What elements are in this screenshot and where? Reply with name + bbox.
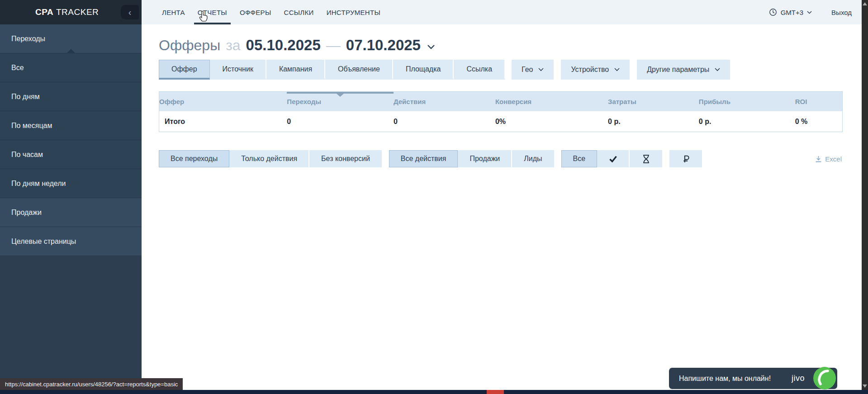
sidebar-collapse-button[interactable]: ‹ [121, 5, 139, 19]
chat-brand-label: jivo [792, 374, 805, 383]
dropdown-ustroystvo[interactable]: Устройство [561, 60, 630, 80]
logout-link[interactable]: Выход [831, 9, 852, 16]
app-logo: CPA TRACKER [35, 7, 99, 17]
table-header-row: ОфферПереходыДействияКонверсияЗатратыПри… [159, 92, 842, 111]
page-title: Офферы за 05.10.2025 — 07.10.2025 [159, 37, 862, 54]
totals-conversion: 0% [495, 118, 608, 126]
report-title-preposition: за [226, 37, 240, 54]
date-range-to[interactable]: 07.10.2025 [346, 37, 421, 54]
timezone-selector[interactable]: GMT+3 [769, 8, 812, 16]
nav-ssylki[interactable]: ССЫЛКИ [278, 0, 320, 24]
table-column-header[interactable]: Конверсия [495, 98, 608, 105]
scroll-down-icon[interactable] [863, 385, 867, 388]
totals-profit: 0 р. [699, 118, 795, 126]
totals-roi: 0 % [795, 118, 842, 126]
status-bar-url: https://cabinet.cpatracker.ru/users/4825… [0, 378, 183, 390]
filter-tolko-deystviya[interactable]: Только действия [229, 150, 309, 167]
filter-vse-perekhody[interactable]: Все переходы [159, 150, 229, 167]
top-bar-right: GMT+3 Выход [769, 0, 862, 24]
totals-actions: 0 [394, 118, 495, 126]
dropdown-label: Другие параметры [647, 66, 709, 74]
tab-ploshchadka[interactable]: Площадка [393, 60, 454, 80]
table-column-header[interactable]: Переходы [287, 98, 394, 105]
date-range-separator: — [326, 37, 341, 54]
sidebar-item-label: По дням [11, 93, 40, 101]
tab-kampaniya[interactable]: Кампания [266, 60, 325, 80]
sidebar-item-po-dnyam-nedeli[interactable]: По дням недели [0, 169, 142, 198]
totals-label: Итого [159, 118, 287, 126]
app-logo-bold: CPA [35, 7, 53, 17]
tab-istochnik[interactable]: Источник [210, 60, 266, 80]
sidebar-item-po-mesyatsam[interactable]: По месяцам [0, 111, 142, 140]
chevron-left-icon: ‹ [128, 7, 132, 18]
tab-offer[interactable]: Оффер [159, 60, 210, 80]
table-totals-row: Итого 0 0 0% 0 р. 0 р. 0 % [159, 111, 842, 132]
sidebar-item-po-chasam[interactable]: По часам [0, 140, 142, 169]
totals-clicks: 0 [287, 118, 394, 126]
dropdown-drugie-parametry[interactable]: Другие параметры [637, 60, 730, 80]
expanded-section-caret [66, 49, 76, 53]
app-logo-rest: TRACKER [56, 7, 99, 17]
chat-widget[interactable]: Напишите нам, мы онлайн! jivo [669, 368, 837, 389]
filter-group-actions: Все действияПродажиЛиды [389, 150, 554, 167]
hourglass-button[interactable] [630, 150, 662, 167]
ruble-button[interactable] [669, 150, 702, 167]
top-bar: ЛЕНТАОТЧЕТЫОФФЕРЫССЫЛКИИНСТРУМЕНТЫ GMT+3… [142, 0, 862, 24]
chat-message: Напишите нам, мы онлайн! [679, 375, 771, 383]
filter-group-status: Все [561, 150, 663, 167]
check-button[interactable] [597, 150, 630, 167]
totals-costs: 0 р. [608, 118, 699, 126]
nav-offery[interactable]: ОФФЕРЫ [233, 0, 278, 24]
chevron-down-icon [538, 68, 544, 71]
clock-icon [769, 8, 777, 16]
tab-obyavlenie[interactable]: Объявление [325, 60, 393, 80]
filter-vse[interactable]: Все [561, 150, 598, 167]
export-excel-label: Excel [825, 155, 842, 163]
date-range-from[interactable]: 05.10.2025 [246, 37, 321, 54]
filter-group-traffic: Все переходыТолько действияБез конверсий [159, 150, 382, 167]
dimension-dropdowns: Гео Устройство Другие параметры [512, 60, 730, 80]
tab-ssylka[interactable]: Ссылка [454, 60, 505, 80]
chevron-down-icon [614, 68, 620, 71]
chevron-down-icon [715, 68, 720, 71]
table-column-header[interactable]: Оффер [159, 98, 287, 105]
filter-lidy[interactable]: Лиды [512, 150, 554, 167]
sort-indicator[interactable] [287, 92, 394, 94]
vertical-scrollbar[interactable] [862, 0, 868, 390]
dropdown-label: Гео [522, 66, 533, 74]
sidebar-item-label: Продажи [11, 209, 42, 217]
mouse-cursor-icon [198, 10, 210, 23]
top-navigation: ЛЕНТАОТЧЕТЫОФФЕРЫССЫЛКИИНСТРУМЕНТЫ [142, 0, 387, 24]
hourglass-icon [642, 155, 650, 163]
filter-vse-deystviya[interactable]: Все действия [389, 150, 458, 167]
sidebar-item-tselevye-stranitsy[interactable]: Целевые страницы [0, 227, 142, 256]
nav-instrumenty[interactable]: ИНСТРУМЕНТЫ [320, 0, 387, 24]
ruble-icon [683, 155, 689, 163]
report-page: Офферы за 05.10.2025 — 07.10.2025 ОфферИ… [142, 24, 862, 390]
date-range-chevron-icon[interactable] [427, 44, 435, 50]
table-column-header[interactable]: Затраты [608, 98, 699, 105]
filter-bez-konversiy[interactable]: Без конверсий [309, 150, 382, 167]
bottom-taskbar-strip [0, 390, 868, 394]
sidebar-item-label: Переходы [11, 35, 45, 43]
dropdown-label: Устройство [571, 66, 609, 74]
jivo-logo-icon [813, 366, 836, 390]
export-excel-link[interactable]: Excel [815, 155, 843, 163]
sidebar-item-po-dnyam[interactable]: По дням [0, 82, 142, 111]
sidebar-item-prodazhi[interactable]: Продажи [0, 198, 142, 227]
sidebar-item-vse[interactable]: Все [0, 53, 142, 82]
dimension-controls: ОфферИсточникКампанияОбъявлениеПлощадкаС… [159, 60, 862, 80]
timezone-label: GMT+3 [781, 9, 803, 16]
filter-prodazhi[interactable]: Продажи [458, 150, 512, 167]
sidebar: CPA TRACKER ‹ Переходы Все По дням По ме… [0, 0, 142, 394]
dimension-tabs: ОфферИсточникКампанияОбъявлениеПлощадкаС… [159, 60, 505, 80]
filter-toolbar: Все переходыТолько действияБез конверсий… [159, 150, 843, 167]
download-icon [815, 156, 822, 162]
table-column-header[interactable]: Прибыль [699, 98, 795, 105]
scroll-up-icon[interactable] [863, 2, 867, 5]
table-column-header[interactable]: ROI [795, 98, 842, 105]
report-table: ОфферПереходыДействияКонверсияЗатратыПри… [159, 91, 843, 132]
dropdown-geo[interactable]: Гео [512, 60, 554, 80]
table-column-header[interactable]: Действия [394, 98, 495, 105]
nav-lenta[interactable]: ЛЕНТА [156, 0, 191, 24]
